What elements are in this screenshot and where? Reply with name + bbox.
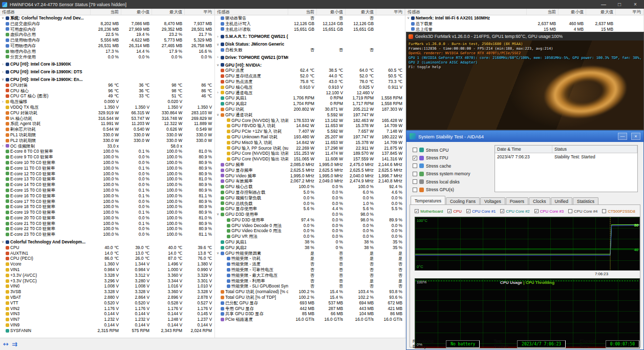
sensor-row[interactable]: GPU 风扇11,706 RPM0 RPM1,719 RPM1,558 RPM [215, 95, 405, 101]
sensor-row[interactable]: 已提交虚拟内存8,202 MB7,086 MB8,470 MB7,937 MB [0, 21, 214, 27]
expander-open-icon[interactable]: ∨ [1, 77, 5, 82]
sensor-group-row[interactable]: ∨CPU [#0]: Intel Core i9-13900K: En... [0, 77, 214, 83]
sensor-row[interactable]: GPU 风扇21,704 RPM0 RPM1,717 RPM1,558 RPM [215, 101, 405, 107]
checkbox[interactable] [413, 172, 417, 176]
stress-option-disk[interactable]: Stress local disks [413, 178, 492, 186]
sensor-row[interactable]: GPU Video Decode 0 用法0.0 %0.0 %0.0 %0.0 … [215, 223, 405, 229]
expander-open-icon[interactable]: ∨ [216, 251, 220, 256]
expander-open-icon[interactable]: ∨ [406, 15, 410, 20]
legend-item[interactable]: CPU Core #4 [568, 208, 597, 215]
expander-open-icon[interactable]: ∨ [216, 212, 220, 217]
sensor-row[interactable]: GPU 显存使用率5.6 %4.4 %5.6 %5.5 % [215, 206, 405, 212]
sensor-row[interactable]: GPU Misc0 输入 功耗14.842 W11.653 W15.378 W1… [215, 140, 405, 146]
column-header[interactable]: 最大值 [586, 9, 616, 15]
checkbox[interactable]: ✓ [413, 156, 417, 160]
furmark-titlebar[interactable]: Geeks3D FurMark v1.26.0.0 - 214FPS, GPU1… [406, 32, 643, 40]
checkbox[interactable]: ✓ [466, 209, 470, 213]
sensor-row[interactable]: GPU 功耗200.802 W30.871 W205.212 W187.303 … [215, 107, 405, 112]
tab-temperatures[interactable]: Temperatures [411, 196, 445, 205]
expander-collapsed-icon[interactable]: › [216, 34, 220, 39]
legend-item[interactable]: ✓CPU Core #3 [534, 208, 564, 215]
column-header[interactable]: 最小值 [121, 9, 152, 15]
column-header[interactable]: 最小值 [317, 9, 346, 15]
sensor-row[interactable]: PCIe 链路速度16.0 GT/s16.0 GT/s16.0 GT/s16.0… [215, 317, 405, 322]
sensor-row[interactable]: 自检失败否否否 [215, 47, 405, 53]
sensor-row[interactable]: 性能受限 - 功耗是否是是 [215, 256, 405, 261]
expander-open-icon[interactable]: ∨ [216, 63, 220, 68]
sensor-row[interactable]: 可用虚拟内存28,236 MB27,969 MB29,352 MB28,501 … [0, 27, 214, 32]
tab-powers[interactable]: Powers [506, 197, 528, 205]
expander-open-icon[interactable]: ∨ [1, 239, 5, 244]
sensor-group-row[interactable]: ∨Colorful Technology And Developm... [0, 239, 214, 245]
sensor-row[interactable]: GPU 显存频率2,625.5 MHz2,625.5 MHz2,625.5 MH… [215, 168, 405, 173]
sensor-row[interactable]: Total GPU 功耗 (normalized) [% of...100.2 … [215, 289, 405, 295]
log-column-header[interactable]: Status [552, 146, 637, 153]
column-header[interactable]: 最大值 [152, 9, 185, 15]
sensor-row[interactable]: GPU Video 频率1,995.0 MHz1,995.0 MHz2,040.… [215, 173, 405, 179]
sensor-row[interactable]: GPU 热点温度75.8 ℃43.0 ℃78.0 ℃73.3 ℃ [215, 79, 405, 85]
sensor-row[interactable]: 物理内存占用17.3 %14.4 %17.9 %16.6 % [0, 49, 214, 54]
sensor-row[interactable]: 专用 GPU 显存442 MB287 MB443 MB421 MB [215, 306, 405, 312]
sensor-row[interactable]: 3VSB3.328 V3.328 V3.360 V3.328 V [0, 289, 214, 295]
sensor-row[interactable]: 系统 Agent 功耗11.991 W11.203 W12.322 W11.88… [0, 121, 214, 127]
sensor-row[interactable]: VTT0.520 V0.520 V0.528 V0.527 V [0, 300, 214, 306]
checkbox[interactable] [413, 188, 417, 192]
sensor-row[interactable]: SYSFANIN2,315 RPM575 RPM2,343 RPM2,024 R… [0, 328, 214, 334]
sensor-row[interactable]: E-core 20 T0 C0 驻留率100.0 %0.0 %100.0 %81… [0, 215, 214, 221]
expander-collapsed-icon[interactable]: › [1, 99, 5, 105]
sensor-group-row[interactable]: ›CPU [#0]: Intel Core i9-13900K: DTS [0, 69, 214, 75]
expander-collapsed-icon[interactable]: › [1, 70, 5, 75]
sensor-row[interactable]: CPU 封装功耗329.919 W66.315 W330.864 W283.10… [0, 110, 214, 116]
sensor-row[interactable]: GPU 有效频率2,067.2 MHz2,049.0 MHz2,474.9 MH… [215, 178, 405, 184]
expander-open-icon[interactable]: ∨ [1, 15, 5, 20]
sensor-row[interactable]: E-core 18 T0 C0 驻留率100.0 %0.0 %100.0 %80… [0, 204, 214, 210]
column-header[interactable]: 最大值 [346, 9, 376, 15]
sensor-group-row[interactable]: ∨Disk Status: JMicron Generic [215, 42, 405, 47]
sensor-row[interactable]: E-core 12 T0 C0 驻留率100.0 %0.0 %100.0 %80… [0, 171, 214, 177]
stress-option-gpu[interactable]: Stress GPU(s) [413, 186, 492, 194]
sensor-row[interactable]: 主机总计读取15,651 GB15,651 GB15,651 GB [215, 27, 405, 32]
sensor-row[interactable]: CPU40.0 ℃39.0 ℃40.0 ℃39.6 ℃ [0, 245, 214, 251]
sensor-row[interactable]: PL1 功耗期限330.0 W330.0 W330.0 W330.0 W [0, 132, 214, 138]
sensor-group-row[interactable]: ›Drive: TOPMORE QW521 (DTMC01... [215, 55, 405, 60]
column-header[interactable]: 传感器 [215, 9, 288, 15]
expander-collapsed-icon[interactable]: › [1, 143, 5, 149]
sensor-row[interactable]: GPU VR 用法0.0 %0.0 %0.0 %0.0 % [215, 234, 405, 239]
sensor-row[interactable]: VBAT2.880 V2.864 V2.896 V2.878 V [0, 295, 214, 300]
expander-collapsed-icon[interactable]: › [216, 55, 220, 60]
sensor-row[interactable]: PL2 功耗期限330.0 W330.0 W330.0 W330.0 W [0, 138, 214, 143]
legend-item[interactable]: ✓CPU Core #2 [500, 208, 529, 215]
sensor-row[interactable]: +3.3V (3VCC)3.296 V3.280 V3.344 V3.301 V [0, 278, 214, 284]
sensor-row[interactable]: GPU Core (NVVDD) 输出 功耗151.065 W11.608 W1… [215, 156, 405, 162]
tab-cooling-fans[interactable]: Cooling Fans [446, 197, 480, 205]
sensor-group-row[interactable]: ›CPU [#0]: Intel Core i9-13900K [0, 61, 214, 67]
checkbox[interactable]: ✓ [534, 209, 539, 213]
legend-item[interactable]: CT500P2SSD8 [602, 208, 635, 215]
sensor-row[interactable]: E-core 13 T0 C0 驻留率100.0 %0.0 %100.0 %81… [0, 176, 214, 182]
sensor-row[interactable]: ›电压偏移0.000 V0.020 V [0, 99, 214, 105]
close-button[interactable]: × [631, 133, 640, 140]
close-button[interactable]: × [629, 0, 642, 9]
expander-collapsed-icon[interactable]: › [216, 90, 220, 95]
sensor-row[interactable]: +3.3V (AVCC)3.328 V3.312 V3.360 V3.329 V [0, 273, 214, 278]
sensor-row[interactable]: Vcore1.360 V1.344 V1.496 V1.380 V [0, 261, 214, 267]
sensor-row[interactable]: GPU D3D 使用率97.4 %0.0 %98.0 %89.9 % [215, 217, 405, 223]
minimize-button[interactable]: — [597, 0, 610, 9]
column-header[interactable]: 当前 [527, 9, 559, 15]
sensor-row[interactable]: 性能受限 - 可靠性电压否否否否 [215, 267, 405, 273]
sensor-row[interactable]: CPU 核心96 ℃36 ℃98 ℃86 ℃ [0, 88, 214, 94]
column-header[interactable]: 最小值 [559, 9, 586, 15]
sensor-row[interactable]: CPU GT 核心 (图形)49 ℃33 ℃51 ℃46 ℃ [0, 93, 214, 99]
stress-option-cpu[interactable]: Stress CPU [413, 146, 492, 154]
tab-clocks[interactable]: Clocks [529, 197, 550, 205]
sensor-row[interactable]: 总下载量2,637 MB460 MB2,637 MB [405, 21, 643, 27]
sensor-row[interactable]: VIN10.984 V0.984 V1.000 V0.990 V [0, 267, 214, 273]
sensor-row[interactable]: GPU 频率2,085.0 MHz1,995.0 MHz2,475.0 MHz2… [215, 162, 405, 168]
sensor-row[interactable]: E-core 9 T0 C0 驻留率100.0 %0.0 %100.0 %80.… [0, 154, 214, 160]
sensor-row[interactable]: 已分配 GPU 显存693 MB537 MB694 MB672 MB [215, 300, 405, 306]
sensor-group-row[interactable]: ›S.M.A.R.T.: TOPMORE QW521 (DT... [215, 34, 405, 39]
sensor-row[interactable]: ∨GPU 性能受限因素是否是是 [215, 251, 405, 256]
checkbox[interactable] [413, 148, 417, 152]
sensor-row[interactable]: 驱动器警告否否否 [215, 15, 405, 21]
logging-button[interactable]: ⇉ [12, 340, 17, 349]
